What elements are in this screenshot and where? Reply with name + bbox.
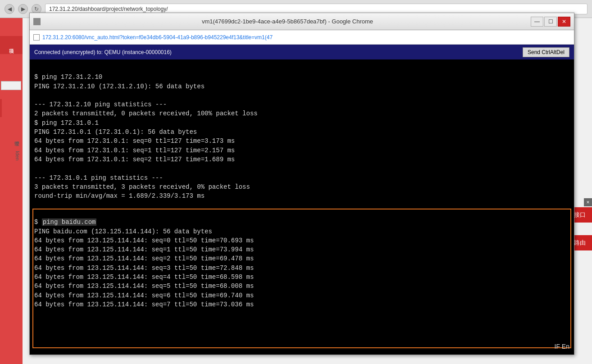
close-x-button[interactable]: × [584, 198, 592, 206]
vnc-connection-status: Connected (unencrypted) to: QEMU (instan… [34, 49, 172, 55]
page-icon [33, 34, 40, 41]
send-ctrl-alt-del-button[interactable]: Send CtrlAltDel [523, 47, 569, 57]
vnc-window-icon [33, 18, 41, 25]
corner-if-en-text: IF En [555, 343, 569, 350]
minimize-button[interactable]: — [531, 17, 543, 27]
vnc-window-title: vm1(47699dc2-1be9-4ace-a4e9-5b8657dea7bf… [44, 18, 531, 25]
vnc-status-bar: Connected (unencrypted) to: QEMU (instan… [30, 45, 574, 60]
vnc-address-bar: 172.31.2.20:6080/vnc_auto.html?token=f0e… [30, 30, 574, 45]
vnc-titlebar: vm1(47699dc2-1be9-4ace-a4e9-5b8657dea7bf… [30, 13, 574, 30]
ping-baidu-prompt: $ ping baidu.com PING baidu.com (123.125… [34, 218, 254, 308]
maximize-button[interactable]: ☐ [544, 17, 557, 27]
highlighted-terminal-content: $ ping baidu.com PING baidu.com (123.125… [34, 209, 569, 318]
terminal-line-1: $ ping 172.31.2.10 PING 172.31.2.10 (172… [34, 73, 258, 200]
close-window-button[interactable]: ✕ [558, 17, 570, 27]
back-button[interactable]: ◀ [5, 4, 14, 14]
sidebar-manage-label: 管理 [0, 135, 23, 140]
window-controls: — ☐ ✕ [531, 17, 570, 27]
vnc-window: vm1(47699dc2-1be9-4ace-a4e9-5b8657dea7bf… [29, 13, 574, 355]
sidebar-identity-label: Iden [0, 149, 23, 163]
left-sidebar: 项目 管理 Iden [0, 18, 23, 364]
forward-button[interactable]: ▶ [18, 4, 28, 14]
terminal-output: $ ping 172.31.2.10 PING 172.31.2.10 (172… [34, 64, 569, 210]
vnc-terminal[interactable]: $ ping 172.31.2.10 PING 172.31.2.10 (172… [30, 60, 574, 355]
address-text: 172.31.2.20/dashboard/project/network_to… [49, 6, 168, 12]
vnc-url-text: 172.31.2.20:6080/vnc_auto.html?token=f0e… [42, 34, 273, 41]
